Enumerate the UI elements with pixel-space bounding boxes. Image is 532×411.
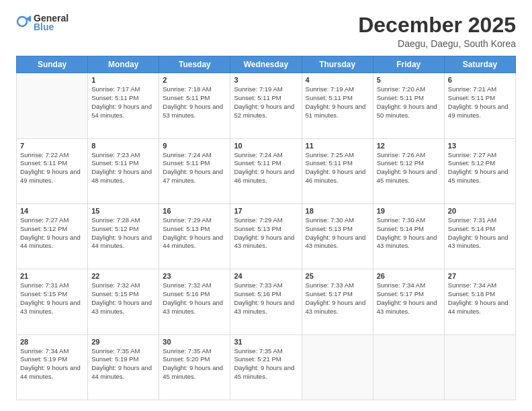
day-number: 15 (91, 207, 155, 215)
day-info: Sunrise: 7:33 AMSunset: 5:17 PMDaylight:… (306, 281, 369, 316)
day-info: Sunrise: 7:21 AMSunset: 5:11 PMDaylight:… (448, 85, 512, 120)
day-info: Sunrise: 7:24 AMSunset: 5:11 PMDaylight:… (163, 151, 226, 185)
day-number: 7 (20, 142, 84, 150)
calendar-cell: 3Sunrise: 7:19 AMSunset: 5:11 PMDaylight… (230, 73, 302, 138)
calendar-cell: 31Sunrise: 7:35 AMSunset: 5:21 PMDayligh… (230, 334, 302, 400)
day-info: Sunrise: 7:35 AMSunset: 5:19 PMDaylight:… (91, 347, 155, 381)
calendar-cell: 25Sunrise: 7:33 AMSunset: 5:17 PMDayligh… (302, 269, 373, 334)
day-number: 30 (163, 338, 226, 346)
week-row-2: 14Sunrise: 7:27 AMSunset: 5:12 PMDayligh… (17, 203, 516, 269)
day-number: 27 (448, 272, 512, 280)
dow-header-sunday: Sunday (17, 56, 88, 73)
day-info: Sunrise: 7:34 AMSunset: 5:19 PMDaylight:… (20, 347, 84, 381)
dow-header-wednesday: Wednesday (230, 56, 302, 73)
calendar-cell: 16Sunrise: 7:29 AMSunset: 5:13 PMDayligh… (159, 203, 230, 269)
calendar-cell: 27Sunrise: 7:34 AMSunset: 5:18 PMDayligh… (444, 269, 515, 334)
calendar-cell: 21Sunrise: 7:31 AMSunset: 5:15 PMDayligh… (17, 269, 88, 334)
calendar-cell: 11Sunrise: 7:25 AMSunset: 5:11 PMDayligh… (302, 138, 373, 203)
day-info: Sunrise: 7:35 AMSunset: 5:20 PMDaylight:… (163, 347, 226, 381)
calendar-cell: 12Sunrise: 7:26 AMSunset: 5:12 PMDayligh… (373, 138, 444, 203)
day-number: 19 (377, 207, 441, 215)
day-number: 13 (448, 142, 512, 150)
day-info: Sunrise: 7:26 AMSunset: 5:12 PMDaylight:… (377, 151, 441, 185)
day-info: Sunrise: 7:28 AMSunset: 5:12 PMDaylight:… (91, 216, 155, 250)
day-info: Sunrise: 7:30 AMSunset: 5:14 PMDaylight:… (377, 216, 441, 250)
dow-header-saturday: Saturday (444, 56, 515, 73)
day-info: Sunrise: 7:32 AMSunset: 5:15 PMDaylight:… (91, 281, 155, 316)
calendar-cell: 14Sunrise: 7:27 AMSunset: 5:12 PMDayligh… (17, 203, 88, 269)
title-area: December 2025 Daegu, Daegu, South Korea (358, 13, 516, 49)
calendar-cell (444, 334, 515, 400)
day-info: Sunrise: 7:19 AMSunset: 5:11 PMDaylight:… (234, 85, 298, 120)
calendar-cell: 26Sunrise: 7:34 AMSunset: 5:17 PMDayligh… (373, 269, 444, 334)
day-number: 17 (234, 207, 298, 215)
calendar-cell: 22Sunrise: 7:32 AMSunset: 5:15 PMDayligh… (88, 269, 159, 334)
calendar-cell: 20Sunrise: 7:31 AMSunset: 5:14 PMDayligh… (444, 203, 515, 269)
calendar-cell: 9Sunrise: 7:24 AMSunset: 5:11 PMDaylight… (159, 138, 230, 203)
day-info: Sunrise: 7:17 AMSunset: 5:11 PMDaylight:… (91, 85, 155, 120)
calendar-cell: 18Sunrise: 7:30 AMSunset: 5:13 PMDayligh… (302, 203, 373, 269)
week-row-0: 1Sunrise: 7:17 AMSunset: 5:11 PMDaylight… (17, 73, 516, 138)
calendar-cell: 6Sunrise: 7:21 AMSunset: 5:11 PMDaylight… (444, 73, 515, 138)
calendar-cell: 15Sunrise: 7:28 AMSunset: 5:12 PMDayligh… (88, 203, 159, 269)
logo-blue-text: Blue (34, 22, 69, 32)
calendar-cell: 29Sunrise: 7:35 AMSunset: 5:19 PMDayligh… (88, 334, 159, 400)
day-info: Sunrise: 7:31 AMSunset: 5:15 PMDaylight:… (20, 281, 84, 316)
month-title: December 2025 (358, 13, 516, 37)
day-of-week-row: SundayMondayTuesdayWednesdayThursdayFrid… (17, 56, 516, 73)
day-number: 14 (20, 207, 84, 215)
calendar-cell (373, 334, 444, 400)
calendar-cell: 23Sunrise: 7:32 AMSunset: 5:16 PMDayligh… (159, 269, 230, 334)
day-number: 18 (306, 207, 369, 215)
day-number: 6 (448, 76, 512, 84)
calendar-table: SundayMondayTuesdayWednesdayThursdayFrid… (16, 56, 516, 400)
calendar-cell: 10Sunrise: 7:24 AMSunset: 5:11 PMDayligh… (230, 138, 302, 203)
day-info: Sunrise: 7:27 AMSunset: 5:12 PMDaylight:… (448, 151, 512, 185)
day-number: 24 (234, 272, 298, 280)
day-info: Sunrise: 7:30 AMSunset: 5:13 PMDaylight:… (306, 216, 369, 250)
day-info: Sunrise: 7:24 AMSunset: 5:11 PMDaylight:… (234, 151, 298, 185)
day-number: 26 (377, 272, 441, 280)
dow-header-thursday: Thursday (302, 56, 373, 73)
day-number: 28 (20, 338, 84, 346)
calendar-cell: 7Sunrise: 7:22 AMSunset: 5:11 PMDaylight… (17, 138, 88, 203)
calendar-cell: 30Sunrise: 7:35 AMSunset: 5:20 PMDayligh… (159, 334, 230, 400)
dow-header-friday: Friday (373, 56, 444, 73)
day-number: 29 (91, 338, 155, 346)
page: General Blue December 2025 Daegu, Daegu,… (0, 0, 532, 411)
day-info: Sunrise: 7:34 AMSunset: 5:17 PMDaylight:… (377, 281, 441, 316)
calendar-cell: 8Sunrise: 7:23 AMSunset: 5:11 PMDaylight… (88, 138, 159, 203)
day-info: Sunrise: 7:25 AMSunset: 5:11 PMDaylight:… (306, 151, 369, 185)
day-info: Sunrise: 7:27 AMSunset: 5:12 PMDaylight:… (20, 216, 84, 250)
calendar-cell: 17Sunrise: 7:29 AMSunset: 5:13 PMDayligh… (230, 203, 302, 269)
day-info: Sunrise: 7:32 AMSunset: 5:16 PMDaylight:… (163, 281, 226, 316)
calendar-body: 1Sunrise: 7:17 AMSunset: 5:11 PMDaylight… (17, 73, 516, 400)
day-number: 5 (377, 76, 441, 84)
calendar-cell: 24Sunrise: 7:33 AMSunset: 5:16 PMDayligh… (230, 269, 302, 334)
day-number: 10 (234, 142, 298, 150)
day-number: 20 (448, 207, 512, 215)
calendar-cell (302, 334, 373, 400)
dow-header-tuesday: Tuesday (159, 56, 230, 73)
week-row-4: 28Sunrise: 7:34 AMSunset: 5:19 PMDayligh… (17, 334, 516, 400)
svg-point-0 (17, 17, 27, 26)
calendar-cell: 5Sunrise: 7:20 AMSunset: 5:11 PMDaylight… (373, 73, 444, 138)
day-number: 11 (306, 142, 369, 150)
week-row-3: 21Sunrise: 7:31 AMSunset: 5:15 PMDayligh… (17, 269, 516, 334)
day-number: 3 (234, 76, 298, 84)
day-number: 9 (163, 142, 226, 150)
location-subtitle: Daegu, Daegu, South Korea (358, 38, 516, 49)
day-number: 2 (163, 76, 226, 84)
day-info: Sunrise: 7:29 AMSunset: 5:13 PMDaylight:… (234, 216, 298, 250)
calendar-cell: 13Sunrise: 7:27 AMSunset: 5:12 PMDayligh… (444, 138, 515, 203)
day-number: 22 (91, 272, 155, 280)
day-number: 21 (20, 272, 84, 280)
dow-header-monday: Monday (88, 56, 159, 73)
calendar-cell: 4Sunrise: 7:19 AMSunset: 5:11 PMDaylight… (302, 73, 373, 138)
logo: General Blue (16, 13, 69, 33)
day-number: 25 (306, 272, 369, 280)
day-info: Sunrise: 7:20 AMSunset: 5:11 PMDaylight:… (377, 85, 441, 120)
day-number: 1 (91, 76, 155, 84)
day-info: Sunrise: 7:33 AMSunset: 5:16 PMDaylight:… (234, 281, 298, 316)
header: General Blue December 2025 Daegu, Daegu,… (16, 13, 516, 49)
